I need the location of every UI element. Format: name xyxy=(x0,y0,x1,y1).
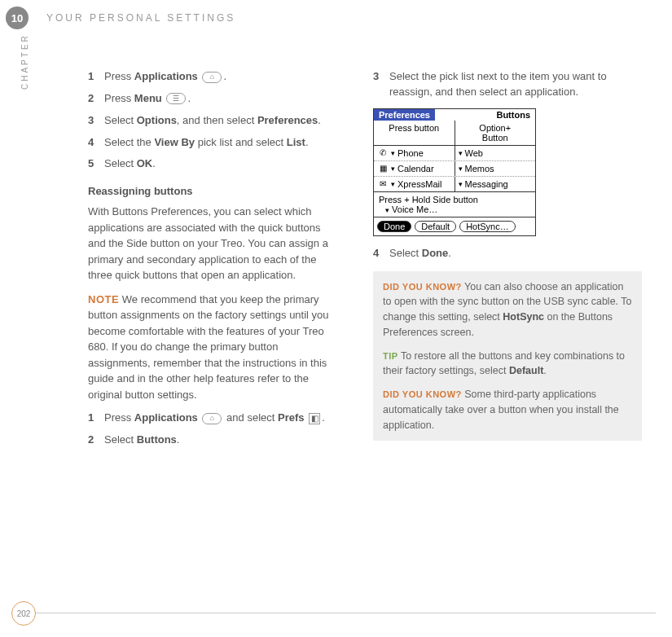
dyk-label: DID YOU KNOW? xyxy=(383,389,462,399)
prefs-primary-cell: ✉▾XpressMail xyxy=(374,177,455,191)
menu-icon: ☰ xyxy=(166,93,186,104)
step-text: Select Options, and then select Preferen… xyxy=(104,113,340,129)
step-text: Select the View By pick list and select … xyxy=(104,135,340,151)
mail-icon: ✉ xyxy=(377,179,389,189)
calendar-icon: ▦ xyxy=(377,164,389,174)
dropdown-icon: ▾ xyxy=(391,180,395,188)
dropdown-icon: ▾ xyxy=(391,165,395,173)
step-item: 1 Press Applications ⌂. xyxy=(88,69,340,85)
prefs-row: ✉▾XpressMail ▾Messaging xyxy=(374,177,535,192)
chapter-badge: 10 xyxy=(6,7,29,29)
step-item: 4 Select the View By pick list and selec… xyxy=(88,135,340,151)
preferences-screenshot: Preferences Buttons Press button Option+… xyxy=(373,108,536,236)
step-item: 3 Select Options, and then select Prefer… xyxy=(88,113,340,129)
right-column: 3 Select the pick list next to the item … xyxy=(373,69,642,455)
applications-icon: ⌂ xyxy=(202,72,222,83)
step-number: 2 xyxy=(88,433,104,448)
dyk-label: DID YOU KNOW? xyxy=(383,282,462,292)
prefs-col-left: Press button xyxy=(374,121,455,145)
step-number: 2 xyxy=(88,91,104,107)
step-number: 1 xyxy=(88,411,104,426)
step-text: Select Buttons. xyxy=(104,433,340,448)
dropdown-icon: ▾ xyxy=(459,149,463,157)
prefs-side-label: Press + Hold Side button xyxy=(379,195,530,204)
prefs-side-section: Press + Hold Side button ▾ Voice Me… xyxy=(374,192,535,217)
step-item: 2 Press Menu ☰. xyxy=(88,91,340,107)
content-area: 1 Press Applications ⌂. 2 Press Menu ☰. … xyxy=(88,69,648,455)
page-header: 10 YOUR PERSONAL SETTINGS xyxy=(0,0,672,29)
body-paragraph: With Buttons Preferences, you can select… xyxy=(88,204,340,283)
applications-icon: ⌂ xyxy=(202,413,222,424)
prefs-titlebar: Preferences Buttons xyxy=(374,109,535,121)
step-text: Select Done. xyxy=(389,246,642,261)
footer-rule xyxy=(36,613,656,613)
dropdown-icon: ▾ xyxy=(459,180,463,188)
step-text: Press Menu ☰. xyxy=(104,91,340,107)
default-button: Default xyxy=(415,221,456,232)
prefs-primary-cell: ✆▾Phone xyxy=(374,146,455,160)
step-number: 5 xyxy=(88,156,104,172)
left-column: 1 Press Applications ⌂. 2 Press Menu ☰. … xyxy=(88,69,340,455)
page-number: 202 xyxy=(11,601,36,626)
step-number: 3 xyxy=(373,69,389,100)
step-item: 1 Press Applications ⌂ and select Prefs … xyxy=(88,411,340,426)
prefs-title: Preferences xyxy=(374,109,435,121)
prefs-column-headers: Press button Option+Button xyxy=(374,121,535,146)
dyk-block: DID YOU KNOW? You can also choose an app… xyxy=(383,279,632,340)
prefs-col-right: Option+Button xyxy=(455,121,536,145)
step-text: Select the pick list next to the item yo… xyxy=(389,69,642,100)
prefs-secondary-cell: ▾Web xyxy=(455,146,536,160)
done-button: Done xyxy=(377,221,411,232)
step-item: 5 Select OK. xyxy=(88,156,340,172)
prefs-side-value: ▾ Voice Me… xyxy=(379,204,530,214)
step-item: 2 Select Buttons. xyxy=(88,433,340,448)
hotsync-button: HotSync… xyxy=(459,221,516,232)
note-label: NOTE xyxy=(88,293,119,305)
prefs-secondary-cell: ▾Messaging xyxy=(455,177,536,191)
tip-label: TIP xyxy=(383,351,398,361)
step-item: 4 Select Done. xyxy=(373,246,642,261)
step-number: 4 xyxy=(373,246,389,261)
step-item: 3 Select the pick list next to the item … xyxy=(373,69,642,100)
sidebar-callout: DID YOU KNOW? You can also choose an app… xyxy=(373,271,642,442)
step-text: Press Applications ⌂. xyxy=(104,69,340,85)
phone-icon: ✆ xyxy=(377,148,389,158)
prefs-category: Buttons xyxy=(491,109,535,121)
note-paragraph: NOTE We recommend that you keep the prim… xyxy=(88,292,340,403)
prefs-button-row: Done Default HotSync… xyxy=(374,217,535,235)
tip-block: TIP To restore all the buttons and key c… xyxy=(383,349,632,380)
step-number: 3 xyxy=(88,113,104,129)
prefs-row: ▦▾Calendar ▾Memos xyxy=(374,161,535,177)
chapter-vertical-label: CHAPTER xyxy=(20,33,29,90)
section-title: YOUR PERSONAL SETTINGS xyxy=(46,12,235,24)
dropdown-icon: ▾ xyxy=(385,206,389,214)
prefs-primary-cell: ▦▾Calendar xyxy=(374,161,455,176)
dropdown-icon: ▾ xyxy=(459,165,463,173)
dropdown-icon: ▾ xyxy=(391,149,395,157)
prefs-icon: ◧ xyxy=(309,413,320,424)
step-text: Select OK. xyxy=(104,156,340,172)
dyk-block: DID YOU KNOW? Some third-party applicati… xyxy=(383,387,632,433)
step-number: 4 xyxy=(88,135,104,151)
step-number: 1 xyxy=(88,69,104,85)
prefs-row: ✆▾Phone ▾Web xyxy=(374,146,535,161)
prefs-secondary-cell: ▾Memos xyxy=(455,161,536,176)
step-text: Press Applications ⌂ and select Prefs ◧. xyxy=(104,411,340,426)
subheading: Reassigning buttons xyxy=(88,185,340,197)
